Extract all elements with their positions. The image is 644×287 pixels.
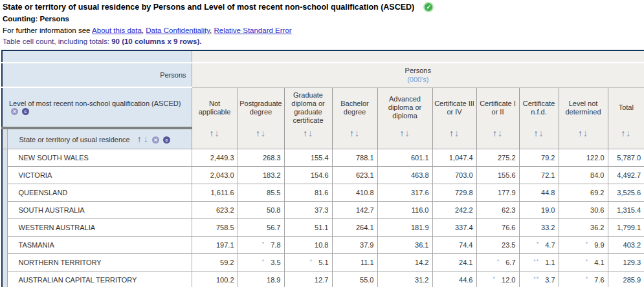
cell-value: 181.9: [411, 224, 429, 231]
sort-ascending-icon[interactable]: ↑: [449, 128, 454, 138]
sort-descending-icon[interactable]: ↓: [498, 128, 503, 138]
data-cell: *9.9: [559, 237, 608, 254]
link-about-this-data[interactable]: About this data: [92, 27, 142, 34]
cell-count-value: 90 (10 columns x 9 rows).: [111, 37, 201, 45]
cell-value: 2,449.3: [210, 154, 234, 162]
sort-ascending-icon[interactable]: ↑: [493, 128, 498, 138]
cell-value: 31.2: [415, 276, 428, 284]
data-cell: 463.8: [377, 167, 432, 184]
data-cell: 4,492.7: [608, 167, 644, 184]
cell-value: 758.5: [216, 224, 234, 231]
data-cell: 12.7: [284, 271, 332, 287]
column-header-graduate-diploma-or-graduate-certificate: Graduate diploma or graduate certificate…: [284, 87, 332, 149]
column-codes-icon[interactable]: c: [22, 108, 29, 115]
sort-descending-icon[interactable]: ↓: [539, 128, 544, 138]
sort-ascending-icon[interactable]: ↑: [400, 128, 405, 138]
sort-descending-icon[interactable]: ↓: [215, 128, 220, 138]
cell-value: 37.9: [360, 241, 373, 249]
data-cell: *5.1: [284, 254, 332, 271]
remove-column-dimension-icon[interactable]: ✕: [11, 108, 18, 115]
row-label: QUEENSLAND: [7, 184, 192, 202]
data-cell: 623.1: [332, 167, 377, 184]
cell-value: 37.3: [315, 206, 328, 214]
cell-count-line: Table cell count, including totals: 90 (…: [3, 37, 641, 45]
cell-value: 242.2: [455, 206, 473, 214]
sort-ascending-icon[interactable]: ↑: [578, 128, 583, 138]
sort-descending-icon[interactable]: ↓: [454, 128, 460, 138]
data-cell: 758.5: [192, 219, 238, 237]
sort-ascending-icon[interactable]: ↑: [350, 128, 355, 138]
column-sort-controls: ↑↓: [192, 128, 238, 144]
column-sort-controls: ↑↓: [333, 128, 377, 144]
column-header-certificate-i-or-ii: Certificate I or II↑↓: [476, 87, 519, 149]
annotation-marker: **: [533, 258, 539, 264]
sort-ascending-icon[interactable]: ↑: [137, 134, 142, 144]
link-relative-standard-error[interactable]: Relative Standard Error: [214, 27, 291, 34]
column-header-total: Total↑↓: [608, 87, 644, 149]
table-row-victoria: VICTORIA2,043.0183.2154.6623.1463.8703.0…: [2, 167, 644, 184]
cell-count-label: Table cell count, including totals:: [3, 37, 109, 45]
cell-value: 317.6: [411, 189, 429, 197]
annotation-marker: *: [586, 275, 589, 282]
data-cell: 44.6: [432, 271, 476, 287]
row-codes-icon[interactable]: c: [163, 136, 170, 144]
sort-ascending-icon[interactable]: ↑: [210, 128, 215, 138]
column-header-label: Bachelor degree: [333, 88, 377, 128]
sort-descending-icon[interactable]: ↓: [144, 134, 148, 144]
cell-value: 23.5: [502, 241, 515, 249]
data-cell: 264.1: [332, 219, 377, 237]
sort-descending-icon[interactable]: ↓: [355, 128, 360, 138]
cell-value: 154.6: [311, 171, 329, 179]
cell-value: 76.6: [502, 224, 515, 231]
data-cell: 285.9: [608, 271, 644, 287]
cell-value: 6.7: [505, 259, 515, 266]
cell-value: 285.9: [623, 276, 641, 284]
cell-value: 100.2: [216, 276, 234, 284]
sort-ascending-icon[interactable]: ↑: [256, 128, 261, 138]
column-sort-controls: ↑↓: [238, 128, 284, 144]
column-header-label: Level not determined: [559, 88, 608, 128]
data-cell: 36.1: [377, 237, 432, 254]
data-cell: 81.6: [284, 184, 332, 202]
data-cell: 100.2: [192, 271, 238, 287]
sort-ascending-icon[interactable]: ↑: [534, 128, 539, 138]
page-header: State or territory of usual residence by…: [0, 0, 644, 45]
column-header-not-applicable: Not applicable↑↓: [192, 87, 238, 149]
data-cell: 275.2: [476, 149, 519, 167]
sort-descending-icon[interactable]: ↓: [405, 128, 410, 138]
column-header-label: Total: [608, 88, 644, 128]
wafer-label: Persons: [2, 63, 192, 87]
column-header-label: Certificate III or IV: [433, 88, 476, 128]
link-data-confidentiality[interactable]: Data Confidentiality: [146, 27, 210, 34]
column-header-advanced-diploma-or-diploma: Advanced diploma or diploma↑↓: [377, 87, 432, 149]
data-cell: **3.7: [519, 271, 559, 287]
cell-value: 4.1: [594, 259, 604, 266]
data-cell: 317.6: [377, 184, 432, 202]
corner-empty-cell: [2, 50, 192, 63]
cell-value: 72.1: [541, 171, 555, 179]
data-cell: 44.8: [519, 184, 559, 202]
sort-descending-icon[interactable]: ↓: [626, 128, 631, 138]
sort-descending-icon[interactable]: ↓: [583, 128, 588, 138]
data-cell: 51.1: [284, 219, 332, 237]
data-cell: *7.8: [238, 237, 284, 254]
column-header-label: Not applicable: [192, 88, 238, 128]
sort-ascending-icon[interactable]: ↑: [303, 128, 308, 138]
data-cell: 62.3: [476, 202, 519, 219]
table-row-western-australia: WESTERN AUSTRALIA758.556.751.1264.1181.9…: [2, 219, 644, 237]
data-cell: 1,315.4: [608, 202, 644, 219]
data-cell: 729.8: [432, 184, 476, 202]
remove-row-dimension-icon[interactable]: ✕: [152, 136, 159, 144]
data-cell: **1.1: [519, 254, 559, 271]
data-cell: 5,787.0: [608, 149, 644, 167]
cell-value: 12.0: [502, 276, 515, 284]
annotation-marker: *: [537, 240, 540, 247]
table-row-new-south-wales: NEW SOUTH WALES2,449.3268.3155.4788.1601…: [2, 149, 644, 167]
cell-value: 74.4: [459, 241, 472, 249]
sort-descending-icon[interactable]: ↓: [261, 128, 266, 138]
annotation-marker: *: [262, 240, 265, 247]
column-sort-controls: ↑↓: [520, 128, 559, 144]
cell-value: 403.2: [623, 241, 641, 249]
data-cell: *12.0: [476, 271, 519, 287]
sort-descending-icon[interactable]: ↓: [308, 128, 313, 138]
